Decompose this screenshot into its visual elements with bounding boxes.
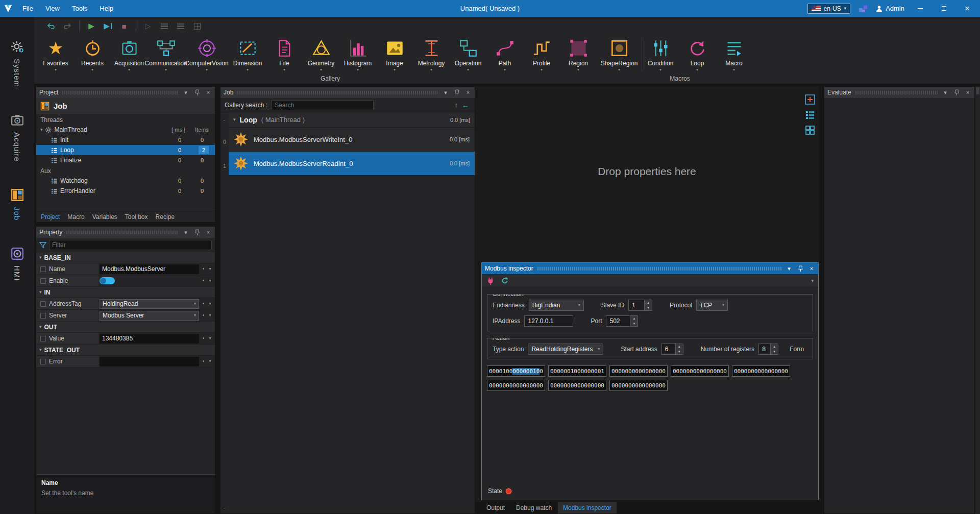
move-up-icon[interactable]: ↑	[455, 102, 458, 108]
checkbox[interactable]	[40, 278, 46, 284]
ribbon-tool-image[interactable]: Image ▾	[376, 35, 413, 72]
tab-modbus-inspector[interactable]: Modbus inspector	[558, 502, 617, 513]
close-icon[interactable]: ×	[205, 89, 212, 95]
register-cell[interactable]: 0000000000000000	[487, 380, 545, 391]
slave-id-stepper[interactable]: 1 ▲▼	[628, 300, 652, 311]
register-cell[interactable]: 0000000000000000	[548, 380, 606, 391]
tab-toolbox[interactable]: Tool box	[125, 213, 148, 221]
collapse-icon[interactable]: ▾	[182, 229, 189, 236]
menu-help[interactable]: Help	[93, 0, 119, 17]
ribbon-tool-favorites[interactable]: ★ Favorites ▾	[37, 35, 74, 72]
debug-grid-icon[interactable]	[192, 23, 202, 30]
sidebar-item-hmi[interactable]: HMI	[11, 247, 24, 281]
tab-macro[interactable]: Macro	[67, 213, 84, 221]
tab-project[interactable]: Project	[41, 213, 60, 221]
server-select[interactable]: Modbus Server▾	[100, 311, 199, 321]
ribbon-tool-file[interactable]: File ▾	[266, 35, 303, 72]
ip-address-input[interactable]	[524, 315, 573, 327]
collapse-minus-icon[interactable]: -	[223, 504, 225, 510]
panel-drag-handle[interactable]	[66, 231, 178, 234]
port-stepper[interactable]: 502 ▲▼	[606, 315, 638, 327]
checkbox[interactable]	[40, 313, 46, 319]
collapse-icon[interactable]: ▾	[182, 89, 189, 96]
panel-drag-handle[interactable]	[62, 91, 178, 94]
addresstag-select[interactable]: HoldingRead▾	[100, 299, 199, 309]
value-field[interactable]: 134480385	[100, 334, 199, 344]
chevron-down-icon[interactable]: ▾	[207, 313, 213, 317]
register-cell[interactable]: 0000001000000001	[548, 365, 606, 377]
ribbon-tool-macro[interactable]: Macro ▾	[716, 35, 752, 72]
ribbon-tool-recents[interactable]: Recents ▾	[74, 35, 111, 72]
collapse-icon[interactable]: ▾	[942, 89, 949, 96]
spin-down-icon[interactable]: ▼	[630, 321, 638, 326]
run-list-icon[interactable]	[160, 23, 169, 29]
disconnect-plug-icon[interactable]	[486, 277, 495, 285]
enable-toggle[interactable]	[100, 277, 115, 284]
pin-icon[interactable]	[953, 89, 960, 96]
ribbon-tool-computervision[interactable]: ComputerVision ▾	[184, 35, 229, 72]
maximize-button[interactable]	[936, 0, 951, 17]
refresh-icon[interactable]	[501, 277, 509, 285]
pin-icon[interactable]	[797, 265, 804, 272]
vertical-scrollbar[interactable]	[975, 86, 980, 514]
ribbon-tool-condition[interactable]: Condition ▾	[642, 35, 679, 72]
language-selector[interactable]: en-US ▾	[807, 4, 851, 14]
tree-row-finalize[interactable]: Finalize 0 0	[36, 155, 215, 165]
property-filter-input[interactable]	[49, 240, 212, 250]
ribbon-tool-acquisition[interactable]: Acquisition ▾	[111, 35, 148, 72]
pin-icon[interactable]	[453, 89, 460, 96]
stop-button[interactable]: ■	[119, 22, 129, 31]
ribbon-tool-communication[interactable]: Communication ▾	[148, 35, 184, 72]
checkbox[interactable]	[40, 336, 46, 341]
ribbon-tool-histogram[interactable]: Histogram ▾	[339, 35, 376, 72]
binding-dot-icon[interactable]: •	[200, 278, 207, 283]
sidebar-item-job[interactable]: Job	[11, 188, 24, 221]
pin-icon[interactable]	[193, 89, 201, 96]
property-group-state-out[interactable]: ▾ STATE_OUT	[36, 345, 215, 356]
sidebar-item-system[interactable]: System	[11, 40, 24, 87]
ribbon-tool-loop[interactable]: Loop ▾	[679, 35, 716, 72]
close-button[interactable]: ×	[960, 0, 975, 17]
close-icon[interactable]: ×	[205, 229, 212, 235]
step-list-icon[interactable]	[176, 23, 185, 29]
register-cell[interactable]: 0000000000000000	[671, 365, 729, 377]
start-address-stepper[interactable]: 6 ▲▼	[662, 344, 683, 355]
spin-up-icon[interactable]: ▲	[676, 344, 683, 349]
checkbox[interactable]	[40, 301, 46, 307]
binding-dot-icon[interactable]: •	[200, 336, 207, 341]
ribbon-tool-shaperegion[interactable]: ShapeRegion ▾	[597, 35, 642, 72]
binding-dot-icon[interactable]: •	[200, 313, 207, 318]
endianness-select[interactable]: BigEndian▾	[529, 300, 584, 311]
type-action-select[interactable]: ReadHoldingRegisters▾	[528, 344, 603, 355]
panel-drag-handle[interactable]	[237, 91, 438, 94]
ribbon-tool-geometry[interactable]: Geometry ▾	[303, 35, 339, 72]
undo-icon[interactable]	[46, 22, 56, 30]
user-button[interactable]: Admin	[876, 5, 904, 12]
gallery-search-input[interactable]	[272, 100, 374, 110]
tab-output[interactable]: Output	[481, 502, 510, 513]
tab-debug-watch[interactable]: Debug watch	[511, 502, 557, 513]
tree-row-watchdog[interactable]: Watchdog 0 0	[36, 176, 215, 186]
checkbox[interactable]	[40, 359, 46, 364]
panel-drag-handle[interactable]	[537, 267, 781, 271]
ribbon-tool-profile[interactable]: Profile ▾	[523, 35, 560, 72]
pin-icon[interactable]	[193, 229, 201, 236]
ribbon-tool-region[interactable]: Region ▾	[560, 35, 597, 72]
add-widget-icon[interactable]	[805, 94, 815, 105]
property-group-out[interactable]: ▾ OUT	[36, 322, 215, 333]
job-item-writeint[interactable]: Modbus.ModbusServerWriteInt_0 0.0 [ms]	[229, 128, 475, 152]
blocks-icon[interactable]	[859, 4, 868, 13]
menu-tools[interactable]: Tools	[66, 0, 93, 17]
tab-recipe[interactable]: Recipe	[156, 213, 175, 221]
spin-down-icon[interactable]: ▼	[676, 349, 683, 354]
job-item-readint[interactable]: Modbus.ModbusServerReadInt_0 0.0 [ms]	[229, 152, 475, 176]
chevron-down-icon[interactable]: ▾	[207, 336, 213, 340]
panel-drag-handle[interactable]	[855, 91, 938, 94]
register-cell[interactable]: 0000000000000000	[609, 380, 668, 391]
tab-variables[interactable]: Variables	[92, 213, 117, 221]
binding-dot-icon[interactable]: •	[200, 301, 207, 306]
ribbon-tool-path[interactable]: Path ▾	[486, 35, 523, 72]
ribbon-tool-metrology[interactable]: Metrology ▾	[413, 35, 450, 72]
chevron-down-icon[interactable]: ▾	[207, 267, 213, 271]
loop-thread-header[interactable]: ▾ Loop ( MainThread ) 0.0 [ms]	[229, 112, 475, 128]
